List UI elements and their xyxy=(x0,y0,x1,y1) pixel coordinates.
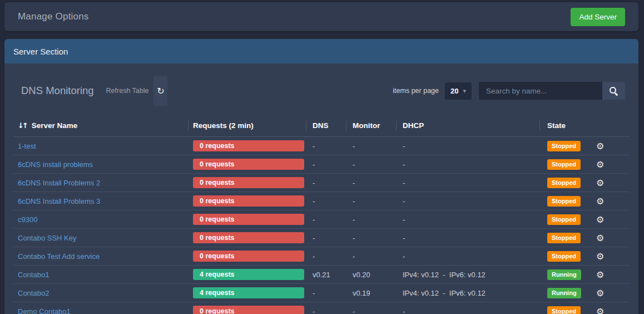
state-badge: Stopped xyxy=(547,178,581,188)
column-header-dns: DNS xyxy=(306,115,346,136)
dns-version: - xyxy=(306,229,346,247)
sort-icon[interactable]: ↓↑ xyxy=(18,121,27,130)
dns-version: - xyxy=(306,284,346,302)
monitor-version: - xyxy=(346,302,396,314)
server-name-link[interactable]: 6cDNS Install Problems 2 xyxy=(18,179,100,187)
add-server-button[interactable]: Add Server xyxy=(571,8,625,26)
gear-icon[interactable]: ⚙ xyxy=(596,269,604,280)
requests-badge: 0 requests xyxy=(193,195,304,207)
requests-badge: 4 requests xyxy=(193,269,304,280)
server-name-link[interactable]: 6cDNS Install Problems 3 xyxy=(18,197,100,205)
dns-version: - xyxy=(306,210,346,228)
requests-badge: 0 requests xyxy=(193,251,304,262)
server-name-link[interactable]: 1-test xyxy=(18,142,36,150)
requests-badge: 0 requests xyxy=(193,214,304,225)
monitor-version: - xyxy=(346,229,396,247)
table-row: Demo Contabo1 0 requests - - - Stopped ⚙ xyxy=(13,302,630,314)
requests-badge: 0 requests xyxy=(193,159,304,170)
dhcp-versions: - xyxy=(396,155,539,173)
top-bar: Manage Options Add Server xyxy=(4,2,638,31)
state-badge: Stopped xyxy=(547,214,581,225)
state-badge: Stopped xyxy=(547,141,581,151)
server-name-link[interactable]: Contabo SSH Key xyxy=(18,234,77,242)
items-per-page-select[interactable]: 20 ▾ xyxy=(445,82,472,100)
dns-version: - xyxy=(306,155,346,173)
gear-icon[interactable]: ⚙ xyxy=(596,141,604,151)
requests-badge: 0 requests xyxy=(193,232,304,243)
state-badge: Stopped xyxy=(547,233,581,243)
dhcp-versions: - xyxy=(396,247,539,265)
requests-badge: 0 requests xyxy=(193,140,304,151)
search-button[interactable] xyxy=(602,82,625,100)
dns-version: - xyxy=(306,174,346,192)
servers-table: ↓↑ Server Name Requests (2 min) DNS Moni… xyxy=(13,115,630,314)
items-per-page-value: 20 xyxy=(450,87,458,95)
dhcp-versions: IPv4: v0.12 - IPv6: v0.12 xyxy=(396,284,539,302)
dhcp-versions: - xyxy=(396,174,539,192)
table-title: DNS Monitoring xyxy=(21,85,94,97)
gear-icon[interactable]: ⚙ xyxy=(596,178,604,188)
dns-version: - xyxy=(306,192,346,210)
dns-version: - xyxy=(306,247,346,265)
column-header-monitor: Monitor xyxy=(346,115,396,136)
state-badge: Stopped xyxy=(547,159,581,170)
monitor-version: v0.20 xyxy=(346,266,396,283)
table-row: c9300 0 requests - - - Stopped ⚙ xyxy=(13,210,630,229)
table-row: 6cDNS install problems 0 requests - - - … xyxy=(13,155,630,174)
server-name-link[interactable]: 6cDNS install problems xyxy=(18,160,93,169)
gear-icon[interactable]: ⚙ xyxy=(596,159,604,170)
dhcp-versions: - xyxy=(396,229,539,247)
search-group xyxy=(479,82,625,100)
table-row: Contabo2 4 requests - v0.19 IPv4: v0.12 … xyxy=(13,284,630,302)
requests-badge: 0 requests xyxy=(193,177,304,188)
server-name-link[interactable]: Contabo1 xyxy=(18,271,49,279)
state-badge: Running xyxy=(547,269,581,280)
gear-icon[interactable]: ⚙ xyxy=(596,306,604,314)
search-input[interactable] xyxy=(479,82,602,100)
column-header-dhcp: DHCP xyxy=(396,115,539,136)
search-icon xyxy=(610,87,618,95)
section-header: Server Section xyxy=(4,39,638,63)
requests-badge: 0 requests xyxy=(193,306,304,314)
dns-version: - xyxy=(306,137,346,155)
table-body: 1-test 0 requests - - - Stopped ⚙ 6cDNS … xyxy=(13,137,630,314)
requests-badge: 4 requests xyxy=(193,287,304,298)
monitor-version: - xyxy=(346,174,396,192)
gear-icon[interactable]: ⚙ xyxy=(596,196,604,207)
gear-icon[interactable]: ⚙ xyxy=(596,214,604,225)
state-badge: Stopped xyxy=(547,196,581,207)
server-name-link[interactable]: Contabo Test Add service xyxy=(18,252,100,261)
table-header: ↓↑ Server Name Requests (2 min) DNS Moni… xyxy=(13,115,630,137)
column-header-actions xyxy=(595,115,630,136)
monitor-version: - xyxy=(346,155,396,173)
dns-version: - xyxy=(306,302,346,314)
table-row: 6cDNS Install Problems 3 0 requests - - … xyxy=(13,192,630,210)
gear-icon[interactable]: ⚙ xyxy=(596,233,604,243)
column-header-state: State xyxy=(539,115,595,136)
dhcp-versions: - xyxy=(396,192,539,210)
refresh-button[interactable]: ↻ xyxy=(153,76,167,106)
server-name-link[interactable]: Demo Contabo1 xyxy=(18,307,71,314)
server-section-panel: Server Section DNS Monitoring Refresh Ta… xyxy=(4,39,638,314)
monitor-version: - xyxy=(346,137,396,155)
table-row: 1-test 0 requests - - - Stopped ⚙ xyxy=(13,137,630,155)
server-name-link[interactable]: Contabo2 xyxy=(18,289,49,297)
refresh-icon: ↻ xyxy=(157,86,164,96)
monitor-version: - xyxy=(346,192,396,210)
column-header-requests: Requests (2 min) xyxy=(188,115,306,136)
items-per-page-label: items per page xyxy=(393,87,439,95)
table-row: Contabo SSH Key 0 requests - - - Stopped… xyxy=(13,229,630,247)
table-row: Contabo Test Add service 0 requests - - … xyxy=(13,247,630,266)
dhcp-versions: - xyxy=(396,210,539,228)
dhcp-versions: - xyxy=(396,137,539,155)
monitor-version: - xyxy=(346,210,396,228)
column-header-server-name[interactable]: ↓↑ Server Name xyxy=(13,115,188,136)
page-title: Manage Options xyxy=(18,11,89,22)
gear-icon[interactable]: ⚙ xyxy=(596,288,604,298)
gear-icon[interactable]: ⚙ xyxy=(596,251,604,262)
monitor-version: - xyxy=(346,247,396,265)
table-toolbar: DNS Monitoring Refresh Table ↻ items per… xyxy=(21,76,625,106)
server-name-link[interactable]: c9300 xyxy=(18,215,37,224)
table-row: Contabo1 4 requests v0.21 v0.20 IPv4: v0… xyxy=(13,266,630,284)
dhcp-versions: - xyxy=(396,302,539,314)
